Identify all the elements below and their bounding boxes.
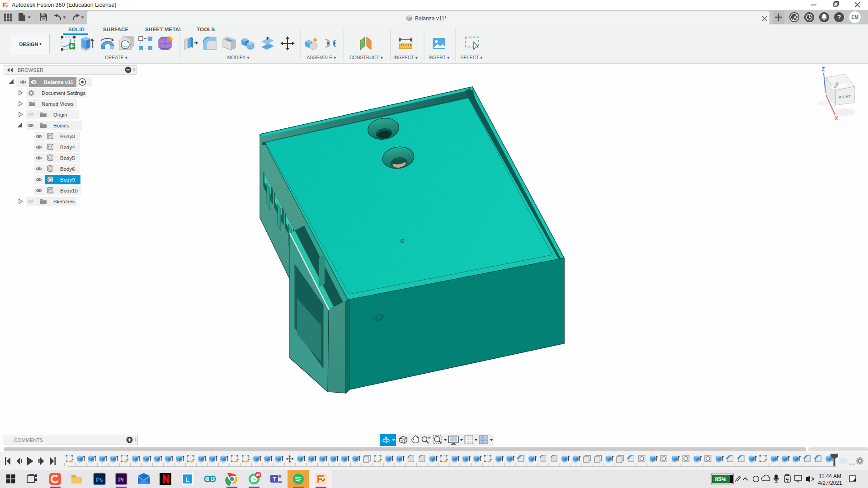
svg-text:Body4: Body4 (60, 145, 75, 150)
svg-text:Body10: Body10 (60, 188, 78, 193)
svg-text:CM: CM (851, 15, 859, 20)
svg-text:CONSTRUCT ▾: CONSTRUCT ▾ (349, 55, 383, 60)
svg-text:Body9: Body9 (60, 177, 75, 183)
svg-text:?: ? (837, 14, 841, 21)
svg-text:Body3: Body3 (60, 134, 75, 139)
svg-text:Ps: Ps (96, 477, 103, 483)
svg-text:85%: 85% (715, 476, 726, 483)
svg-text:Sketches: Sketches (53, 199, 75, 204)
svg-text:Named Views: Named Views (42, 101, 74, 107)
svg-text:RIGHT: RIGHT (839, 94, 851, 99)
svg-text:11:44 AM: 11:44 AM (819, 473, 841, 479)
svg-text:Pr: Pr (118, 477, 124, 483)
svg-text:4/27/2021: 4/27/2021 (818, 480, 842, 486)
svg-text:L: L (186, 476, 190, 483)
svg-text:Z: Z (821, 66, 825, 73)
svg-text:Body6: Body6 (60, 166, 75, 172)
svg-text:X: X (835, 115, 838, 122)
svg-text:45: 45 (256, 473, 260, 477)
svg-text:CREATE ▾: CREATE ▾ (105, 55, 128, 60)
svg-text:Origin: Origin (53, 112, 67, 117)
svg-text:Document Settings: Document Settings (42, 90, 85, 96)
svg-text:INSPECT ▾: INSPECT ▾ (393, 55, 418, 60)
svg-text:Balanza v11: Balanza v11 (44, 80, 74, 85)
svg-text:Body5: Body5 (60, 155, 75, 161)
svg-text:MODIFY ▾: MODIFY ▾ (227, 55, 250, 60)
svg-text:SELECT ▾: SELECT ▾ (461, 55, 483, 60)
svg-text:Bodies: Bodies (53, 123, 69, 128)
svg-text:ASSEMBLE ▾: ASSEMBLE ▾ (307, 55, 337, 60)
svg-text:INSERT ▾: INSERT ▾ (429, 55, 450, 60)
svg-text:T: T (273, 476, 276, 482)
